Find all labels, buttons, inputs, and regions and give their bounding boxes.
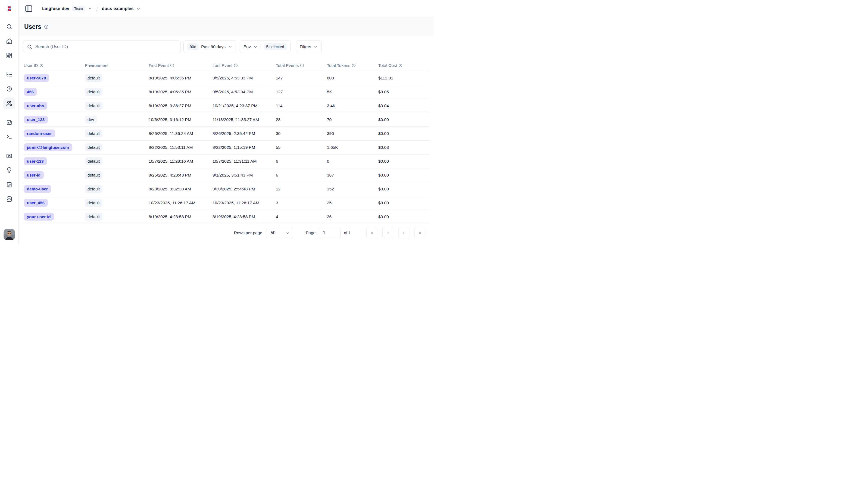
user-id-badge[interactable]: 456	[24, 88, 37, 96]
table-row[interactable]: jannik@langfuse.com default 8/22/2025, 1…	[23, 140, 430, 154]
total-pages-label: of 1	[344, 230, 351, 235]
info-icon[interactable]	[398, 63, 402, 67]
project-name[interactable]: docs-examples	[102, 6, 134, 11]
table-row[interactable]: user-5678 default 8/19/2025, 4:05:36 PM …	[23, 71, 430, 85]
user-id-badge[interactable]: jannik@langfuse.com	[24, 143, 72, 151]
total-cost-cell: $112.01	[378, 71, 430, 85]
chevron-down-icon	[314, 45, 318, 49]
divider	[260, 43, 261, 50]
column-header-environment[interactable]: Environment	[84, 60, 148, 71]
table-row[interactable]: random-user default 8/26/2025, 11:36:24 …	[23, 126, 430, 140]
sidebar-item-prompts[interactable]	[3, 116, 15, 128]
organization-name[interactable]: langfuse-dev	[42, 6, 69, 11]
user-id-badge[interactable]: user-abc	[24, 102, 47, 110]
panel-left-icon	[25, 5, 33, 13]
chevrons-right-icon	[418, 231, 422, 235]
page-number-input[interactable]	[319, 227, 341, 239]
column-header-user-id[interactable]: User ID	[23, 60, 84, 71]
environment-badge: default	[85, 213, 102, 221]
langfuse-logo[interactable]	[0, 0, 19, 18]
sidebar-item-annotation[interactable]	[3, 179, 15, 191]
rows-per-page-select[interactable]: 50	[266, 227, 293, 239]
total-cost-cell: $0.04	[378, 99, 430, 113]
lightbulb-icon	[6, 167, 12, 174]
env-filter-button[interactable]: Env 5 selected	[240, 40, 290, 53]
total-cost-cell: $0.00	[378, 210, 430, 224]
column-header-first-event[interactable]: First Event	[148, 60, 212, 71]
info-icon[interactable]	[234, 63, 238, 67]
table-row[interactable]: user_456 default 10/23/2025, 11:26:17 AM…	[23, 196, 430, 210]
total-cost-cell: $0.00	[378, 154, 430, 168]
column-header-total-events[interactable]: Total Events	[275, 60, 327, 71]
total-tokens-cell: 3.4K	[327, 99, 378, 113]
total-cost-cell: $0.00	[378, 113, 430, 126]
users-table: User ID Environment First Event Last Eve…	[23, 60, 430, 224]
total-cost-cell: $0.00	[378, 182, 430, 196]
sidebar-item-datasets[interactable]	[3, 193, 15, 205]
user-id-badge[interactable]: user-123	[24, 157, 47, 165]
sidebar-item-home[interactable]	[3, 35, 15, 47]
app-window: langfuse-dev Team docs-examples Users	[0, 0, 434, 244]
search-input[interactable]	[35, 44, 177, 49]
first-event-cell: 8/19/2025, 3:36:27 PM	[148, 99, 212, 113]
search-box	[23, 40, 181, 53]
chevron-down-icon	[88, 6, 92, 11]
table-row[interactable]: user-abc default 8/19/2025, 3:36:27 PM 1…	[23, 99, 430, 113]
first-event-cell: 8/19/2025, 4:05:35 PM	[148, 85, 212, 99]
first-event-cell: 8/19/2025, 4:05:36 PM	[148, 71, 212, 85]
user-id-badge[interactable]: user_123	[24, 116, 48, 123]
filters-button[interactable]: Filters	[296, 40, 322, 53]
info-icon[interactable]	[300, 63, 304, 67]
breadcrumb: langfuse-dev Team docs-examples	[42, 6, 141, 12]
column-header-total-cost[interactable]: Total Cost	[378, 60, 430, 71]
total-events-cell: 30	[275, 126, 327, 140]
next-page-button[interactable]	[398, 227, 409, 239]
table-row[interactable]: demo-user default 8/28/2025, 9:32:30 AM …	[23, 182, 430, 196]
last-event-cell: 10/23/2025, 11:26:17 AM	[212, 196, 275, 210]
search-icon	[27, 44, 32, 50]
clipboard-pen-icon	[6, 181, 12, 188]
project-switcher-button[interactable]	[136, 6, 141, 11]
sidebar-item-evals[interactable]	[3, 150, 15, 162]
info-icon[interactable]	[352, 63, 356, 67]
user-id-badge[interactable]: user-5678	[24, 74, 49, 82]
table-row[interactable]: user_123 dev 10/6/2025, 3:16:12 PM 11/13…	[23, 113, 430, 126]
chevron-down-icon	[136, 6, 141, 11]
info-icon[interactable]	[39, 63, 43, 67]
user-avatar[interactable]	[3, 229, 15, 240]
user-id-badge[interactable]: user_456	[24, 199, 48, 207]
table-row[interactable]: user-id default 8/25/2025, 4:23:43 PM 9/…	[23, 168, 430, 182]
org-switcher-button[interactable]	[88, 6, 92, 11]
last-event-cell: 10/21/2025, 4:23:37 PM	[212, 99, 275, 113]
database-icon	[6, 196, 12, 202]
sidebar-item-users[interactable]	[3, 97, 15, 109]
sidebar-toggle-button[interactable]	[24, 4, 33, 13]
sidebar-item-sessions[interactable]	[3, 83, 15, 95]
user-id-badge[interactable]: random-user	[24, 130, 55, 137]
chevrons-left-icon	[370, 231, 374, 235]
table-row[interactable]: your-user-id default 8/19/2025, 4:23:58 …	[23, 210, 430, 224]
column-header-last-event[interactable]: Last Event	[212, 60, 275, 71]
sidebar-item-search[interactable]	[3, 21, 15, 33]
user-id-badge[interactable]: demo-user	[24, 185, 51, 193]
table-row[interactable]: 456 default 8/19/2025, 4:05:35 PM 9/5/20…	[23, 85, 430, 99]
first-page-button[interactable]	[366, 227, 377, 239]
previous-page-button[interactable]	[382, 227, 393, 239]
table-row[interactable]: user-123 default 10/7/2025, 11:28:16 AM …	[23, 154, 430, 168]
date-range-button[interactable]: 90d Past 90 days	[183, 40, 236, 53]
environment-badge: default	[85, 171, 102, 179]
last-page-button[interactable]	[414, 227, 425, 239]
total-cost-cell: $0.03	[378, 140, 430, 154]
total-tokens-cell: 0	[327, 154, 378, 168]
column-header-total-tokens[interactable]: Total Tokens	[327, 60, 378, 71]
breadcrumb-separator	[96, 6, 98, 11]
page-info-icon[interactable]	[44, 25, 49, 29]
info-icon[interactable]	[170, 63, 174, 67]
user-id-badge[interactable]: your-user-id	[24, 213, 54, 221]
sidebar-item-insights[interactable]	[3, 164, 15, 176]
sidebar-item-playground[interactable]	[3, 131, 15, 143]
env-filter-label: Env	[244, 44, 251, 49]
user-id-badge[interactable]: user-id	[24, 171, 44, 179]
sidebar-item-tracing[interactable]	[3, 68, 15, 81]
sidebar-item-dashboard[interactable]	[3, 50, 15, 61]
